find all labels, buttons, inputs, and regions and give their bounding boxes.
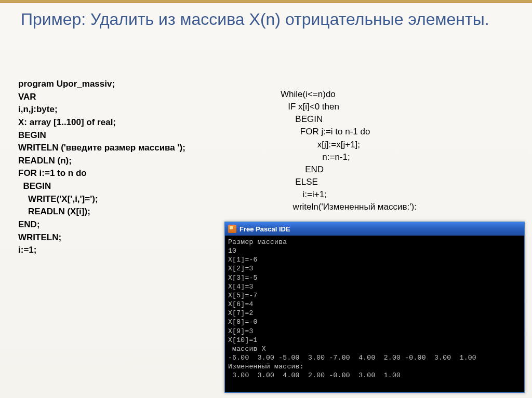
code-block-right: While(i<=n)do IF x[i]<0 then BEGIN FOR j… — [281, 88, 417, 213]
ide-window: Free Pascal IDE Размер массива 10 X[1]=-… — [224, 222, 525, 393]
code-block-left: program Upor_massiv; VAR i,n,j:byte; X: … — [18, 78, 185, 257]
slide-title: Пример: Удалить из массива X(n) отрицате… — [0, 3, 532, 41]
ide-titlebar: Free Pascal IDE — [225, 222, 524, 236]
pascal-icon — [228, 225, 236, 233]
ide-title-text: Free Pascal IDE — [240, 225, 290, 233]
ide-console-output: Размер массива 10 X[1]=-6 X[2]=3 X[3]=-5… — [225, 236, 524, 382]
